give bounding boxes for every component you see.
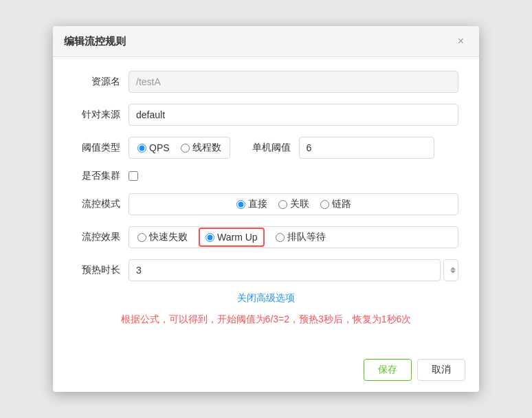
- threshold-row: QPS 线程数 单机阈值: [129, 137, 458, 159]
- flow-mode-direct[interactable]: 直接: [236, 198, 267, 210]
- flow-effect-fast-fail-radio[interactable]: [137, 233, 146, 242]
- spinner-down-arrow[interactable]: [450, 271, 456, 274]
- preheat-label: 预热时长: [74, 264, 129, 276]
- flow-effect-warmup[interactable]: Warm Up: [199, 228, 265, 247]
- flow-effect-control: 快速失败 Warm Up 排队等待: [129, 226, 458, 248]
- cluster-control: [129, 171, 138, 181]
- flow-effect-radio-group: 快速失败 Warm Up 排队等待: [129, 226, 458, 248]
- preheat-spinner-arrows[interactable]: [450, 267, 456, 274]
- flow-mode-chain-radio[interactable]: [320, 200, 329, 209]
- cluster-label: 是否集群: [74, 170, 129, 182]
- cancel-button[interactable]: 取消: [417, 359, 465, 381]
- dialog-footer: 保存 取消: [53, 352, 479, 392]
- flow-mode-row: 流控模式 直接 关联 链路: [74, 193, 458, 215]
- flow-mode-related[interactable]: 关联: [278, 198, 309, 210]
- threshold-thread-radio[interactable]: [181, 144, 190, 153]
- flow-effect-warmup-label: Warm Up: [217, 232, 258, 243]
- preheat-spinner-wrap: [443, 259, 458, 281]
- flow-mode-radio-group: 直接 关联 链路: [129, 193, 458, 215]
- single-threshold-input[interactable]: [299, 137, 434, 159]
- dialog-header: 编辑流控规则 ×: [53, 26, 479, 57]
- threshold-thread-option[interactable]: 线程数: [181, 142, 221, 154]
- advanced-options-link[interactable]: 关闭高级选项: [237, 292, 295, 303]
- resource-name-input[interactable]: [129, 71, 458, 93]
- threshold-type-row: 阈值类型 QPS 线程数 单机阈值: [74, 137, 458, 159]
- cluster-checkbox[interactable]: [129, 171, 138, 181]
- preheat-row: 预热时长: [74, 259, 458, 281]
- dialog-body: 资源名 针对来源 阈值类型 QPS: [53, 57, 479, 351]
- flow-mode-chain-label: 链路: [332, 198, 351, 210]
- formula-text: 根据公式，可以得到，开始阈值为6/3=2，预热3秒后，恢复为1秒6次: [74, 311, 458, 327]
- spinner-up-arrow[interactable]: [450, 267, 456, 270]
- flow-mode-direct-radio[interactable]: [236, 200, 245, 209]
- source-control: [129, 104, 458, 126]
- dialog-title: 编辑流控规则: [64, 35, 126, 48]
- flow-effect-warmup-radio[interactable]: [206, 233, 214, 242]
- flow-mode-control: 直接 关联 链路: [129, 193, 458, 215]
- dialog-overlay: 编辑流控规则 × 资源名 针对来源 阈值类型: [0, 0, 532, 418]
- cluster-row: 是否集群: [74, 170, 458, 182]
- single-threshold-wrap: [299, 137, 434, 159]
- threshold-type-label: 阈值类型: [74, 142, 129, 154]
- flow-effect-row: 流控效果 快速失败 Warm Up 排队等待: [74, 226, 458, 248]
- threshold-type-radio-group: QPS 线程数: [129, 137, 230, 159]
- resource-name-control: [129, 71, 458, 93]
- resource-name-row: 资源名: [74, 71, 458, 93]
- flow-mode-chain[interactable]: 链路: [320, 198, 351, 210]
- threshold-qps-radio[interactable]: [137, 144, 146, 153]
- edit-flow-rule-dialog: 编辑流控规则 × 资源名 针对来源 阈值类型: [53, 26, 479, 391]
- flow-effect-queue-radio[interactable]: [276, 233, 285, 242]
- flow-effect-label: 流控效果: [74, 231, 129, 243]
- source-row: 针对来源: [74, 104, 458, 126]
- preheat-input[interactable]: [129, 259, 441, 281]
- flow-effect-queue-label: 排队等待: [287, 231, 326, 243]
- flow-effect-queue[interactable]: 排队等待: [276, 231, 326, 243]
- threshold-qps-label: QPS: [149, 142, 170, 153]
- threshold-qps-option[interactable]: QPS: [137, 142, 170, 153]
- close-button[interactable]: ×: [454, 34, 468, 48]
- flow-mode-direct-label: 直接: [248, 198, 267, 210]
- flow-mode-label: 流控模式: [74, 198, 129, 210]
- save-button[interactable]: 保存: [364, 359, 412, 381]
- flow-effect-fast-fail[interactable]: 快速失败: [137, 231, 188, 243]
- threshold-thread-label: 线程数: [192, 142, 221, 154]
- source-input[interactable]: [129, 104, 458, 126]
- flow-effect-fast-fail-label: 快速失败: [149, 231, 188, 243]
- flow-mode-related-label: 关联: [290, 198, 309, 210]
- source-label: 针对来源: [74, 109, 129, 121]
- preheat-control: [129, 259, 458, 281]
- single-threshold-label: 单机阈值: [252, 142, 291, 154]
- flow-mode-related-radio[interactable]: [278, 200, 287, 209]
- advanced-options-link-wrap: 关闭高级选项: [74, 292, 458, 305]
- resource-name-label: 资源名: [74, 76, 129, 88]
